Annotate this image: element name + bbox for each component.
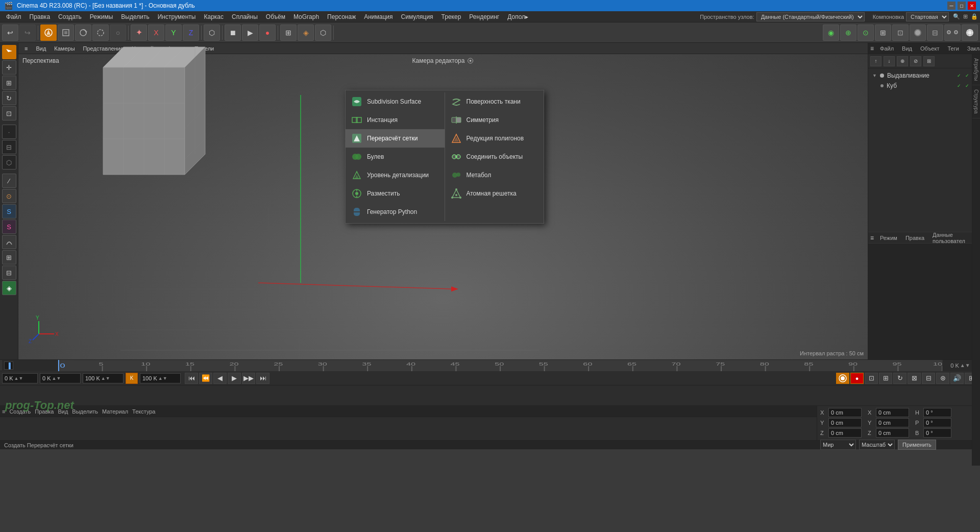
current-frame-field[interactable]: 0 K ▲▼ xyxy=(40,373,81,383)
mat-material-btn[interactable]: Материал xyxy=(102,408,128,415)
key-pla-btn[interactable]: ⊛ xyxy=(936,373,949,384)
tree-item-extrude[interactable]: ▼ Выдавливание ✓ ✓ xyxy=(870,70,978,81)
pos-y-input[interactable] xyxy=(828,418,862,427)
menu-character[interactable]: Персонаж xyxy=(323,12,360,21)
y-axis-btn[interactable]: Y xyxy=(165,25,182,41)
menu-simulation[interactable]: Симуляция xyxy=(397,12,437,21)
tree-item-cube[interactable]: Куб ✓ ✓ xyxy=(870,81,978,91)
close-btn[interactable]: ✕ xyxy=(968,2,976,10)
menu-select[interactable]: Выделить xyxy=(117,12,153,21)
extrude-check2[interactable]: ✓ xyxy=(964,72,971,79)
edit-mode-btn[interactable] xyxy=(58,25,74,41)
key-scale-btn[interactable]: ⊠ xyxy=(908,373,921,384)
rot-x-input[interactable] xyxy=(876,408,909,417)
metaball-item[interactable]: Метабол xyxy=(445,166,544,184)
python-item[interactable]: Генератор Python xyxy=(346,203,445,221)
next-btn[interactable]: ▶▶ xyxy=(242,373,255,384)
layer2-btn[interactable]: ⊟ xyxy=(2,265,16,280)
snap3-btn[interactable]: ⊙ xyxy=(857,25,874,41)
prev-btn[interactable]: ◀ xyxy=(213,373,227,384)
snap-btn[interactable]: ◉ xyxy=(823,25,839,41)
lod-item[interactable]: Уровень детализации xyxy=(346,166,445,184)
pos-x-input[interactable] xyxy=(828,408,862,417)
rpl-data-btn[interactable]: Данные пользовател xyxy=(930,232,967,244)
pos-z-input[interactable] xyxy=(828,428,862,438)
symmetry-item[interactable]: Симметрия xyxy=(445,111,544,129)
undo-btn[interactable]: ↩ xyxy=(2,25,18,41)
rotate-tool-btn[interactable]: ↻ xyxy=(2,91,16,105)
rpl-menu-icon[interactable]: ≡ xyxy=(870,234,874,241)
material-btn[interactable]: ◈ xyxy=(298,25,314,41)
scale-mode-btn[interactable] xyxy=(92,25,109,41)
subdivision-surface-item[interactable]: Subdivision Surface xyxy=(346,92,445,111)
play-btn[interactable]: ▶ xyxy=(242,25,258,41)
node-space-dropdown[interactable]: Данные (Стандартный/Физический) xyxy=(756,12,865,21)
vt-view-btn[interactable]: Вид xyxy=(34,45,48,52)
menu-tools[interactable]: Инструменты xyxy=(154,12,200,21)
rot-z-input[interactable] xyxy=(876,428,909,438)
instance-item[interactable]: Инстанция xyxy=(346,111,445,129)
settings-btn[interactable]: ⚙ ⚙ xyxy=(944,25,961,41)
menu-modes[interactable]: Режимы xyxy=(86,12,117,21)
reduce-item[interactable]: Редукция полигонов xyxy=(445,129,544,148)
record-btn[interactable]: ● xyxy=(259,25,276,41)
green-btn[interactable]: ◈ xyxy=(2,281,16,295)
rp-add-btn[interactable]: ⊕ xyxy=(897,56,908,66)
rp-menu-icon[interactable]: ≡ xyxy=(870,45,874,52)
mat-select-btn[interactable]: Выделить xyxy=(72,408,98,415)
layout-lock-icon[interactable]: 🔒 xyxy=(971,13,978,20)
model-mode-btn[interactable] xyxy=(40,25,57,41)
maximize-btn[interactable]: □ xyxy=(958,2,966,10)
poly-mode-btn[interactable]: ⬡ xyxy=(2,155,16,170)
rot-y-input[interactable] xyxy=(876,418,909,427)
apply-btn[interactable]: Применить xyxy=(898,440,936,450)
tab-object[interactable]: Объект xyxy=(918,44,941,53)
mat-texture-btn[interactable]: Текстура xyxy=(132,408,155,415)
menu-mesh[interactable]: Каркас xyxy=(200,12,228,21)
texture-btn[interactable]: ⬡ xyxy=(315,25,331,41)
layout-dropdown[interactable]: Стартовая xyxy=(906,12,949,21)
menu-tracker[interactable]: Трекер xyxy=(437,12,465,21)
rotate-mode-btn[interactable] xyxy=(75,25,91,41)
object-btn[interactable]: ⬡ xyxy=(204,25,220,41)
atom-item[interactable]: Атомная решетка xyxy=(445,184,544,203)
extrude-check1[interactable]: ✓ xyxy=(955,72,963,79)
edge-mode-btn[interactable]: ⊟ xyxy=(2,140,16,154)
menu-file[interactable]: Файл xyxy=(2,12,26,21)
keyframe-btn[interactable]: ⏹ xyxy=(225,25,241,41)
menu-splines[interactable]: Сплайны xyxy=(228,12,262,21)
render-btn[interactable] xyxy=(910,25,926,41)
scale-p-input[interactable] xyxy=(923,418,951,427)
rp-up-btn[interactable]: ↑ xyxy=(870,56,881,66)
cube-check2[interactable]: ✓ xyxy=(964,82,971,89)
auto-key-btn[interactable] xyxy=(836,373,849,384)
vt-menu-btn[interactable]: ≡ xyxy=(22,45,30,52)
goto-end-btn[interactable]: ⏭ xyxy=(256,373,270,384)
cube-check1[interactable]: ✓ xyxy=(955,82,963,89)
rpl-edit-btn[interactable]: Правка xyxy=(903,235,926,241)
layout-filter-icon[interactable]: ⊞ xyxy=(963,13,968,20)
layer-btn[interactable]: ⊞ xyxy=(2,250,16,264)
timeline-ruler[interactable]: 0 5 10 15 20 25 30 35 40 45 50 xyxy=(58,360,942,371)
key-pos-btn[interactable]: ⊞ xyxy=(879,373,892,384)
viewport-canvas[interactable]: Перспектива Камера редактора Интервал ра… xyxy=(18,54,868,359)
z-axis-btn[interactable]: Z xyxy=(183,25,199,41)
end-frame-field1[interactable]: 100 K ▲▼ xyxy=(83,373,124,383)
render-all-btn[interactable]: ⊟ xyxy=(927,25,943,41)
menu-mograph[interactable]: MoGraph xyxy=(289,12,323,21)
loop-cut-btn[interactable]: ⊙ xyxy=(2,189,16,203)
start-frame-field[interactable]: 0 K ▲▼ xyxy=(2,373,38,383)
key-audio-btn[interactable]: 🔊 xyxy=(950,373,964,384)
x-axis-btn[interactable]: X xyxy=(148,25,164,41)
play-pause-btn[interactable]: ▶ xyxy=(228,373,241,384)
remesh-item[interactable]: Перерасчёт сетки xyxy=(346,129,445,148)
menu-extra[interactable]: Допол▸ xyxy=(503,12,532,21)
tab-tags[interactable]: Теги xyxy=(945,44,961,53)
boole-item[interactable]: Булев xyxy=(346,148,445,166)
generator-dropdown[interactable]: Subdivision Surface Инстанция xyxy=(345,90,544,224)
tab-view[interactable]: Вид xyxy=(900,44,914,53)
rpl-mode-btn[interactable]: Режим xyxy=(878,235,899,241)
minimize-btn[interactable]: ─ xyxy=(947,2,955,10)
point-mode-btn[interactable]: · xyxy=(2,125,16,139)
menu-render[interactable]: Рендеринг xyxy=(465,12,503,21)
